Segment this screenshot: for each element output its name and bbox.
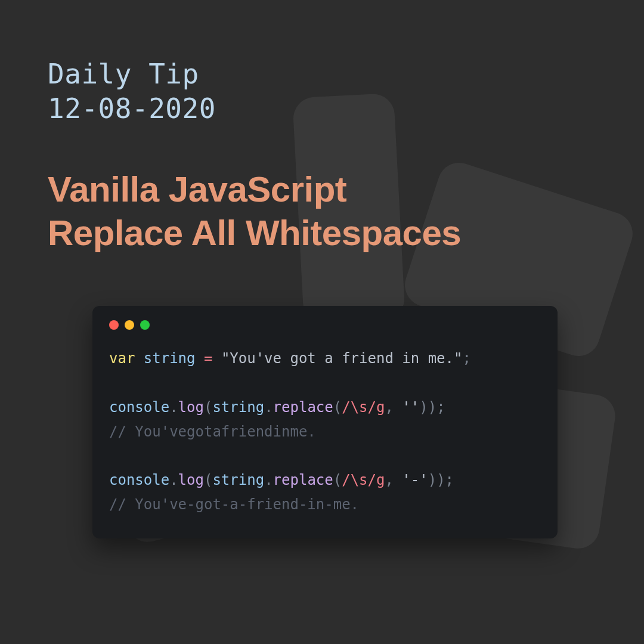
code-method: log [178,472,204,488]
title-line: Replace All Whitespaces [48,211,602,255]
code-method: log [178,399,204,416]
title-line: Vanilla JavaScript [48,168,602,211]
code-string: '' [402,399,419,416]
code-punct: ( [333,399,342,416]
code-identifier: string [144,350,196,367]
code-regex: /\s/g [342,399,385,416]
code-punct: ( [204,399,212,416]
code-string: '-' [402,472,428,488]
code-identifier: string [212,472,264,488]
code-comment: // You've-got-a-friend-in-me. [109,496,359,513]
code-punct: . [264,472,273,488]
eyebrow-label: Daily Tip [48,57,602,92]
code-punct: )); [428,472,454,488]
code-regex: /\s/g [342,472,385,488]
eyebrow-date: 12-08-2020 [48,92,602,126]
code-keyword: var [109,350,135,367]
maximize-icon [140,320,150,330]
window-traffic-lights [109,320,541,330]
code-comment: // You'vegotafriendinme. [109,423,316,440]
code-operator: = [204,350,212,367]
code-punct: ( [333,472,342,488]
code-identifier: string [212,399,264,416]
code-identifier: console [109,399,169,416]
code-identifier: console [109,472,169,488]
eyebrow: Daily Tip 12-08-2020 [48,57,602,126]
close-icon [109,320,119,330]
code-string: "You've got a friend in me." [221,350,463,367]
code-punct: , [385,399,393,416]
code-punct: . [169,472,178,488]
code-punct: , [385,472,393,488]
code-punct: ( [204,472,212,488]
code-punct: . [264,399,273,416]
code-punct: )); [419,399,445,416]
code-punct: ; [462,350,470,367]
page-title: Vanilla JavaScript Replace All Whitespac… [48,168,602,255]
code-block: var string = "You've got a friend in me.… [109,346,541,517]
minimize-icon [125,320,134,330]
code-method: replace [273,472,333,488]
code-window: var string = "You've got a friend in me.… [92,306,558,538]
code-method: replace [273,399,333,416]
code-punct: . [169,399,178,416]
